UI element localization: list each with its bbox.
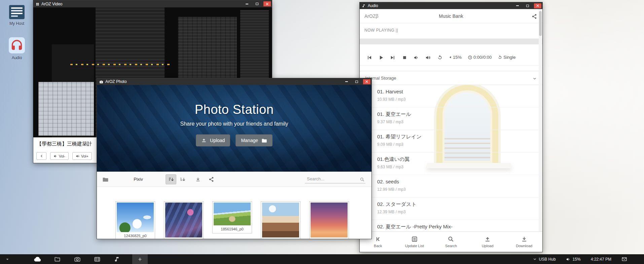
volume-down-button[interactable]: Vol- [50, 152, 69, 160]
play-icon [378, 55, 384, 60]
photo-hero-banner: Photo Station Share your photo with your… [97, 85, 371, 172]
volume-low-icon [414, 55, 419, 60]
track-item[interactable]: 01. 夏空エール 9.37 MB / mp3 [360, 107, 542, 130]
upload-button[interactable]: Upload [469, 232, 506, 252]
photo-window: ArOZ Photo Photo Station Share your phot… [97, 78, 372, 239]
repeat-button[interactable] [437, 54, 443, 60]
track-item[interactable]: 02. seeds 12.99 MB / mp3 [360, 175, 542, 197]
grid-icon [36, 2, 39, 6]
photo-filename: 12436825_p0 [117, 232, 154, 239]
upload-icon [484, 236, 491, 243]
manage-label: Manage [241, 138, 258, 143]
volume-percent[interactable]: 15% [449, 55, 462, 60]
storage-select[interactable]: Internal Storage [360, 71, 542, 85]
toolbar-label: Back [374, 244, 382, 248]
download-button[interactable]: Download [506, 232, 542, 252]
audio-toolbar: Back Update List Search Upload Download [360, 231, 542, 252]
download-album-button[interactable] [192, 174, 203, 184]
taskbar-add-button[interactable] [132, 254, 148, 264]
volume-low-icon [53, 154, 58, 158]
taskbar-app-photo[interactable] [67, 254, 87, 264]
sort-descending-button[interactable] [177, 174, 188, 184]
close-button[interactable] [363, 79, 370, 84]
scrollbar[interactable] [539, 9, 542, 231]
volume-high-icon [425, 55, 431, 60]
previous-button[interactable] [36, 152, 46, 160]
photo-window-titlebar[interactable]: ArOZ Photo [97, 78, 371, 85]
update-list-icon [411, 236, 418, 243]
taskbar-app-audio[interactable] [107, 254, 127, 264]
video-frame-building [38, 82, 94, 136]
usb-hub-indicator[interactable]: USB Hub [533, 257, 556, 262]
desktop-icon-my-host[interactable]: My Host [4, 5, 30, 26]
share-button[interactable] [532, 13, 537, 19]
speaker-icon [566, 257, 571, 262]
track-meta: 10.93 MB / mp3 [377, 97, 538, 102]
play-mode-toggle[interactable]: Single [498, 55, 515, 60]
taskbar-menu-button[interactable] [5, 257, 9, 261]
track-title: 02. 夏空エール -Pretty Perky Mix- [377, 223, 538, 230]
update-list-button[interactable]: Update List [396, 232, 433, 252]
camera-icon [74, 256, 81, 263]
hero-subtitle: Share your photo with your friends and f… [97, 121, 371, 127]
search-button[interactable]: Search [433, 232, 469, 252]
chevron-down-icon [532, 75, 537, 81]
volume-indicator[interactable]: 15% [566, 257, 581, 262]
track-item[interactable]: 01. Harvest 10.93 MB / mp3 [360, 85, 542, 107]
video-window-titlebar[interactable]: ArOZ Video [33, 0, 272, 7]
minimize-button[interactable] [514, 3, 521, 8]
skip-previous-button[interactable] [366, 54, 372, 60]
taskbar-app-desktop[interactable] [28, 254, 47, 264]
track-item[interactable]: 02. スターダスト 12.39 MB / mp3 [360, 197, 542, 220]
hero-title: Photo Station [97, 102, 371, 117]
volume-up-button[interactable] [425, 54, 431, 60]
window-title: Audio [368, 3, 378, 8]
photo-thumbnail[interactable] [164, 201, 204, 239]
minimize-button[interactable] [343, 79, 350, 84]
close-button[interactable] [534, 3, 541, 8]
search-input[interactable] [305, 175, 365, 183]
taskbar-app-files[interactable] [47, 254, 67, 264]
minimize-button[interactable] [243, 1, 251, 6]
track-title: 01. 希望リフレイン [377, 133, 538, 140]
seek-bar[interactable] [360, 39, 542, 44]
share-album-button[interactable] [206, 174, 217, 184]
maximize-button[interactable] [253, 1, 261, 6]
scrollbar-thumb[interactable] [539, 11, 542, 36]
track-title: 01. 夏空エール [377, 111, 538, 118]
upload-button[interactable]: Upload [196, 134, 230, 146]
track-item[interactable]: 01. 希望リフレイン 9.09 MB / mp3 [360, 130, 542, 152]
chevron-left-icon [40, 155, 43, 158]
close-icon [536, 4, 539, 7]
toolbar-label: Download [516, 244, 532, 248]
track-item[interactable]: 01.色違いの翼 9.63 MB / mp3 [360, 152, 542, 175]
skip-next-button[interactable] [390, 54, 396, 60]
audio-window-titlebar[interactable]: Audio [360, 2, 542, 9]
volume-down-button[interactable] [414, 54, 419, 60]
track-meta: 12.99 MB / mp3 [377, 187, 538, 192]
photo-thumbnail[interactable]: 18561946_p0 [212, 201, 252, 233]
close-button[interactable] [263, 1, 271, 6]
play-mode-label: Single [503, 55, 515, 60]
volume-up-button[interactable]: Vol+ [72, 152, 92, 160]
sort-ascending-button[interactable] [166, 174, 176, 184]
stop-button[interactable] [402, 54, 407, 60]
plus-icon [138, 257, 142, 262]
track-meta: 9.37 MB / mp3 [377, 120, 538, 124]
track-list: 01. Harvest 10.93 MB / mp3 01. 夏空エール 9.3… [360, 85, 542, 231]
desktop: My Host Audio ArOZ Video [0, 0, 644, 264]
desktop-icon-audio[interactable]: Audio [4, 37, 30, 60]
photo-thumbnail[interactable] [261, 201, 300, 239]
photo-thumbnail[interactable]: 12436825_p0 [115, 201, 155, 239]
play-button[interactable] [378, 54, 384, 60]
maximize-button[interactable] [353, 79, 360, 84]
photo-thumbnail[interactable] [309, 201, 349, 239]
notifications-button[interactable] [621, 256, 627, 262]
desktop-icon-label: Audio [4, 55, 30, 60]
time-label: 0:00/0:00 [473, 55, 492, 60]
album-folder-button[interactable] [100, 174, 110, 184]
manage-button[interactable]: Manage [236, 134, 273, 146]
maximize-button[interactable] [524, 3, 531, 8]
track-item[interactable]: 02. 夏空エール -Pretty Perky Mix- [360, 220, 542, 231]
taskbar-app-video[interactable] [87, 254, 107, 264]
